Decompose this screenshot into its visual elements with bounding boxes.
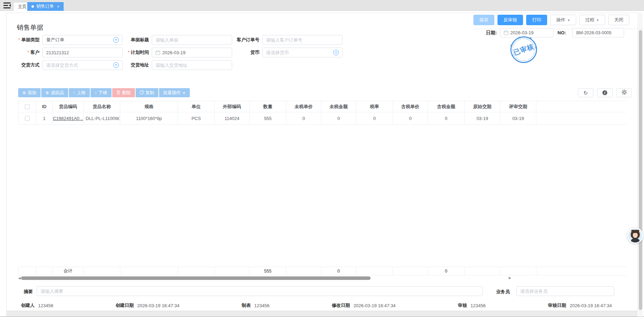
- customer-value[interactable]: [46, 50, 119, 55]
- customer-order-no-input[interactable]: [262, 35, 343, 45]
- doc-type-select[interactable]: +: [42, 35, 123, 45]
- footer-info: 创建人 123456 创建日期 2026-03-19 16:47:34 制表 1…: [21, 302, 612, 309]
- tab-sales-order[interactable]: 销售订单 ×: [27, 2, 64, 11]
- add-row-button[interactable]: ⊕ 添加: [18, 88, 41, 97]
- field-plan-time: 计划时间: [126, 48, 232, 57]
- move-down-button[interactable]: ↓ 下移: [91, 88, 112, 97]
- info-button[interactable]: i: [597, 88, 613, 97]
- add-delivery-method-icon[interactable]: +: [113, 62, 119, 68]
- customer-label: 客户: [6, 49, 40, 56]
- arrow-up-icon: ↑: [73, 90, 75, 95]
- col-external-code: 外部编码: [215, 101, 250, 112]
- tab-active-dot-icon: [31, 5, 34, 8]
- header-select-all: [19, 101, 36, 112]
- summary-input[interactable]: [37, 286, 482, 296]
- info-icon: i: [602, 90, 607, 95]
- scroll-left-icon[interactable]: ◀: [18, 277, 21, 280]
- totals-label: 合计: [53, 267, 84, 275]
- creator-label: 创建人: [21, 302, 35, 309]
- totals-empty: [500, 267, 536, 275]
- totals-id-cell: [36, 267, 53, 275]
- field-delivery-method: 交货方式 +: [6, 60, 123, 70]
- auditor-info: 审核 123456: [458, 302, 486, 309]
- totals-empty: [536, 267, 627, 275]
- circle-plus-icon: ⊕: [45, 90, 49, 95]
- field-currency: 货币 +: [234, 48, 343, 57]
- tab-close-icon[interactable]: ×: [57, 4, 59, 9]
- auditor-value: 123456: [471, 303, 486, 308]
- doc-type-value[interactable]: [46, 37, 111, 43]
- collapse-menu-icon[interactable]: [3, 2, 11, 9]
- field-customer: 客户: [6, 48, 123, 57]
- select-all-checkbox[interactable]: [25, 104, 30, 109]
- delivery-method-label: 交货方式: [6, 62, 40, 68]
- cell-item-code: C1982491A0...: [53, 112, 84, 124]
- customer-order-no-value[interactable]: [266, 37, 339, 43]
- page-title: 销售单据: [17, 23, 43, 32]
- move-up-button[interactable]: ↑ 上移: [69, 88, 90, 97]
- delete-row-button[interactable]: 删除: [112, 88, 135, 97]
- vertical-scrollbar[interactable]: [638, 13, 643, 317]
- horizontal-scrollbar-thumb[interactable]: [21, 276, 371, 280]
- tabulator-value: 123456: [254, 303, 269, 308]
- modify-date-value: 2026-03-19 16:47:34: [353, 303, 396, 308]
- doc-number-input[interactable]: BM-2026-03-0005: [572, 28, 624, 37]
- plan-time-input[interactable]: [152, 48, 232, 57]
- doc-title-input[interactable]: [152, 35, 232, 45]
- delivery-address-input[interactable]: [152, 60, 232, 70]
- operate-dropdown-button[interactable]: 操作 ▼: [550, 15, 576, 25]
- delivery-method-select[interactable]: +: [42, 60, 123, 70]
- settings-button[interactable]: [616, 88, 632, 97]
- refresh-button[interactable]: ↻: [578, 88, 593, 97]
- process-dropdown-button[interactable]: 过程 ▼: [579, 15, 605, 25]
- salesman-select[interactable]: [516, 286, 614, 296]
- col-item-code: 货品编码: [53, 101, 84, 112]
- col-review-delivery: 评审交期: [500, 101, 536, 112]
- unaudit-button[interactable]: 反审核: [498, 15, 523, 25]
- customer-input[interactable]: [42, 48, 123, 57]
- add-virtual-item-button[interactable]: ⊕ 虚拟品: [41, 88, 68, 97]
- delete-label: 删除: [122, 90, 131, 96]
- row-select-cell: [19, 112, 36, 124]
- delivery-method-value[interactable]: [46, 63, 111, 68]
- col-spec: 规格: [120, 101, 178, 112]
- horizontal-scrollbar[interactable]: ◀ ▶: [18, 276, 511, 280]
- copy-row-button[interactable]: 复制: [136, 88, 158, 97]
- table-row[interactable]: 1 C1982491A0... DLL-PL-L1100W... 1100*16…: [18, 112, 627, 125]
- plan-time-value[interactable]: [162, 50, 228, 55]
- scroll-right-icon[interactable]: ▶: [509, 276, 511, 280]
- delivery-address-value[interactable]: [156, 63, 228, 68]
- avatar-fringe: [631, 230, 639, 233]
- date-input[interactable]: 2026-03-19: [500, 28, 553, 37]
- assistant-avatar[interactable]: [627, 227, 643, 244]
- add-row-label: 添加: [28, 90, 36, 96]
- print-button[interactable]: 打印: [526, 15, 547, 25]
- item-code-link[interactable]: C1982491A0...: [53, 116, 83, 121]
- currency-value[interactable]: [266, 50, 331, 55]
- close-button[interactable]: 关闭: [608, 15, 629, 25]
- items-table: ID 货品编码 货品名称 规格 单位 外部编码 数量 未税单价 未税金额 税率 …: [18, 101, 627, 275]
- avatar-image: [628, 228, 642, 242]
- add-doc-type-icon[interactable]: +: [113, 37, 119, 43]
- col-tax-rate: 税率: [356, 101, 393, 112]
- save-button[interactable]: 保存: [473, 15, 494, 25]
- totals-empty: [393, 267, 428, 275]
- sales-order-screen: 主页 销售订单 × 保存 反审核 打印 操作 ▼ 过程 ▼ 关闭 日期:: [0, 0, 644, 317]
- batch-operations-button[interactable]: 批量操作 ▼: [159, 88, 190, 97]
- summary-value[interactable]: [41, 289, 479, 294]
- doc-title-value[interactable]: [156, 37, 228, 43]
- cell-unit: PCS: [178, 112, 215, 124]
- tab-sales-order-label: 销售订单: [36, 3, 54, 9]
- row-checkbox[interactable]: [25, 116, 30, 121]
- creator-info: 创建人 123456: [21, 302, 53, 309]
- col-id: ID: [36, 101, 53, 112]
- salesman-value[interactable]: [520, 289, 610, 294]
- arrow-down-icon: ↓: [95, 90, 97, 95]
- currency-select[interactable]: +: [262, 48, 343, 57]
- field-doc-type: 单据类型 +: [6, 35, 123, 45]
- vertical-scrollbar-thumb[interactable]: [639, 30, 642, 310]
- add-currency-icon[interactable]: +: [333, 50, 339, 55]
- col-qty: 数量: [250, 101, 286, 112]
- avatar-face: [633, 232, 638, 238]
- refresh-icon: ↻: [584, 90, 588, 96]
